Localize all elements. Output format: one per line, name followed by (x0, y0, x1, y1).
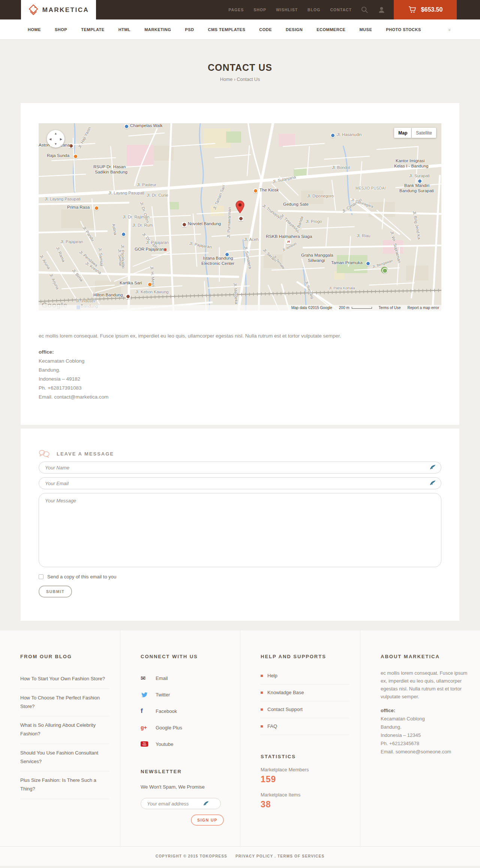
category-nav-link[interactable]: HOME (28, 27, 41, 32)
blog-post-link[interactable]: What is So Alluring About Celebrity Fash… (20, 716, 110, 744)
help-link[interactable]: Help (261, 668, 350, 684)
map-street-label: Jl. Industri (76, 299, 95, 303)
map-street-label: Jl. Hasanudin (337, 132, 362, 137)
social-link[interactable]: g+ Google Plus (141, 719, 230, 736)
category-nav-link[interactable]: PSD (185, 27, 194, 32)
name-input[interactable] (45, 465, 430, 471)
map-scale: 200 m (339, 306, 372, 310)
map-street-label: RSKB Halmahera Siaga (266, 234, 312, 239)
footer: FROM OUR BLOG How To Start Your Own Fash… (0, 630, 480, 866)
header-nav-link[interactable]: PAGES (228, 7, 244, 12)
map-street-label: The Kiosk (260, 188, 279, 192)
social-link[interactable]: f Facebook (141, 703, 230, 719)
map-type-satellite-button[interactable]: Satellite (412, 128, 436, 138)
map-street-label: GOR Pajajaran (135, 247, 164, 251)
social-link[interactable]: ✉ Email (141, 670, 230, 686)
category-nav-link[interactable]: CMS TEMPLATES (208, 27, 245, 32)
pen-icon (430, 480, 436, 486)
about-office-line: Bandung. (381, 723, 470, 731)
social-link-label: Youtube (156, 741, 173, 747)
map-street-label: Istana Bandung (203, 256, 233, 260)
pan-left-icon[interactable]: ◀ (49, 137, 51, 140)
help-link[interactable]: FAQ (261, 718, 350, 735)
map-street-label: Electronic Center (201, 261, 234, 266)
pan-up-icon[interactable]: ▲ (54, 132, 57, 135)
category-nav-link[interactable]: DESIGN (286, 27, 303, 32)
page-title: CONTACT US (0, 62, 480, 73)
category-nav-link[interactable]: SHOP (55, 27, 67, 32)
statistic-label: Marketplace Items (261, 792, 350, 798)
cart-button[interactable]: $653.50 (394, 0, 457, 19)
header-nav-link[interactable]: BLOG (308, 7, 320, 12)
header-nav-link[interactable]: SHOP (254, 7, 266, 12)
social-link[interactable]: Youtube (141, 736, 230, 752)
contact-intro-text: ec mollis lorem consequat. Fusce ipsum e… (39, 333, 441, 339)
facebook-icon: f (141, 707, 143, 715)
breadcrumb-home[interactable]: Home (220, 77, 232, 82)
help-link[interactable]: Contact Support (261, 701, 350, 718)
pan-down-icon[interactable]: ▼ (54, 142, 57, 146)
header-nav-link[interactable]: CONTACT (330, 7, 352, 12)
submit-button[interactable]: SUBMIT (39, 586, 72, 598)
newsletter-email-input[interactable] (147, 801, 203, 807)
office-line: Indonesia – 49182 (39, 375, 441, 384)
message-textarea[interactable] (45, 498, 435, 562)
cart-icon (408, 6, 417, 14)
email-icon: ✉ (141, 675, 146, 682)
report-map-error-link[interactable]: Report a map error (408, 306, 439, 310)
map-type-switcher: Map Satellite (394, 128, 436, 138)
map-street-label: Taman Pramuka (331, 260, 363, 265)
category-nav-link[interactable]: PHOTO STOCKS (386, 27, 421, 32)
map-street-label: Raja Sunda (47, 153, 69, 158)
pan-right-icon[interactable]: ▶ (60, 137, 62, 140)
email-field-wrap (39, 477, 441, 489)
newsletter-field-wrap (141, 798, 221, 809)
help-title: HELP AND SUPPORTS (261, 654, 350, 659)
terms-of-use-link[interactable]: Terms of Use (379, 306, 401, 310)
blog-post-link[interactable]: How To Start Your Own Fashion Store? (20, 670, 110, 689)
category-nav-link[interactable]: MARKETING (144, 27, 171, 32)
map-poi-icon (124, 124, 129, 129)
blog-post-link[interactable]: Plus Size Fashion: Is There Such a Thing… (20, 771, 110, 799)
help-link-label: FAQ (267, 723, 277, 729)
map-street-label: Jl. Diponegoro (307, 194, 334, 198)
statistics-section: STATISTICS Marketplace Members 159 Marke… (261, 754, 350, 810)
category-nav-link[interactable]: HTML (118, 27, 131, 32)
statistics-title: STATISTICS (261, 754, 350, 759)
email-input[interactable] (45, 481, 430, 486)
header-nav-link[interactable]: WISHLIST (276, 7, 298, 12)
send-copy-checkbox[interactable] (39, 574, 44, 579)
map-street-label: Graha Manggala (301, 253, 333, 257)
chevron-down-icon[interactable]: » (447, 28, 453, 30)
category-nav-link[interactable]: ECOMMERCE (316, 27, 345, 32)
signup-button[interactable]: SIGN UP (191, 814, 224, 826)
map-street-label: Prima Rasa (67, 205, 90, 209)
help-link[interactable]: Knowladge Base (261, 684, 350, 701)
category-nav-link[interactable]: MUSE (359, 27, 372, 32)
bullet-icon (261, 675, 263, 677)
map-street-label: Jl. Layang Pasupati (108, 191, 144, 195)
about-office-line: Email. someone@someone.com (381, 748, 470, 756)
newsletter-title: NEWSLETTER (141, 769, 230, 774)
map-street-label: MESJID PUSDAI (356, 186, 386, 190)
map-street-label: Bandung Surapati (399, 188, 434, 193)
category-nav-link[interactable]: TEMPLATE (81, 27, 104, 32)
blog-post-link[interactable]: Should You Use Fashion Consultant Servic… (20, 744, 110, 772)
search-icon[interactable] (361, 6, 369, 14)
map-street-label: Novotel Bandung (188, 221, 221, 226)
map-marker-icon[interactable] (236, 200, 244, 214)
form-heading: LEAVE A MESSAGE (57, 451, 114, 457)
policy-links[interactable]: PRIVACY POLICY . TERMS OF SERVICES (236, 854, 324, 858)
social-link[interactable]: Twitter (141, 686, 230, 703)
map-pan-control[interactable]: ▲ ▼ ◀ ▶ (47, 130, 64, 148)
map-poi-icon (73, 154, 78, 159)
map-data-credit: Map data ©2015 Google (291, 306, 332, 310)
map-street-label: Kantor Imigrasi (396, 158, 424, 163)
blog-post-link[interactable]: How To Choose The Perfect Fashion Store? (20, 689, 110, 717)
category-nav-link[interactable]: CODE (259, 27, 272, 32)
brand-logo[interactable]: MARKETICA (21, 0, 96, 20)
map-type-map-button[interactable]: Map (394, 128, 411, 138)
tag-icon (28, 4, 39, 16)
account-icon[interactable] (378, 6, 386, 14)
google-map[interactable]: Champelas WalkJl. HasanudinJl. Haji Yasi… (39, 123, 441, 311)
